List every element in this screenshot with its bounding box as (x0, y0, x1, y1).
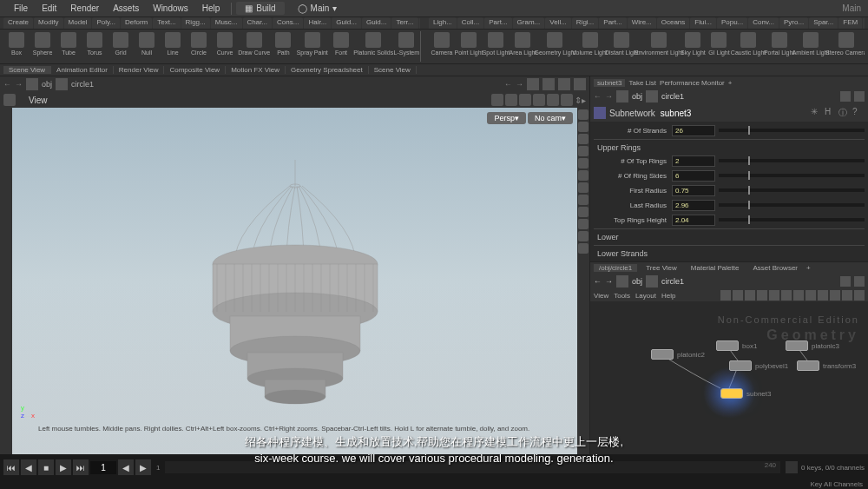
param-path-obj[interactable]: obj (632, 92, 642, 101)
pane-tab[interactable]: Animation Editor (51, 66, 114, 74)
link-icon[interactable] (854, 91, 865, 102)
jump-start-button[interactable]: ⏮ (3, 459, 19, 475)
shelf-tab[interactable]: Poly... (92, 17, 120, 29)
tool-icon-3[interactable] (558, 78, 570, 90)
shelf-tab[interactable]: Vell... (545, 17, 571, 29)
shelf-tool-grid[interactable]: Grid (108, 31, 134, 62)
key-all-button[interactable]: Key All Channels (811, 480, 863, 489)
shelf-tool-environment-light[interactable]: Environment Light (637, 31, 680, 62)
cam-nocam-button[interactable]: No cam▾ (528, 112, 573, 124)
pane-tab[interactable]: Motion FX View (226, 66, 286, 74)
shelf-tool-distant-light[interactable]: Distant Light (606, 31, 637, 62)
key-prev-button[interactable]: ◀ (118, 459, 134, 475)
tool-icon-4[interactable] (574, 78, 586, 90)
auto-key-button[interactable] (786, 461, 798, 473)
net-tool-icon[interactable] (830, 290, 840, 301)
stop-button[interactable]: ■ (38, 459, 54, 475)
node-name-field[interactable]: subnet3 (661, 109, 692, 118)
shelf-tool-sky-light[interactable]: Sky Light (680, 31, 706, 62)
network-view[interactable]: Non-Commercial Edition Geometry platonic… (590, 301, 868, 454)
viewport-3d[interactable]: Persp▾ No cam▾ (12, 108, 577, 454)
shelf-tab[interactable]: Terr... (391, 17, 418, 29)
shelf-tool-volume-light[interactable]: Volume Light (574, 31, 606, 62)
forward-arrow-icon[interactable]: → (15, 80, 23, 89)
pane-tab[interactable]: Scene View (369, 66, 417, 74)
menu-render[interactable]: Render (63, 2, 106, 15)
back-arrow-icon[interactable]: ← (594, 92, 602, 101)
display-icon[interactable] (578, 231, 589, 241)
shelf-tab[interactable]: Spar... (809, 17, 838, 29)
shelf-tool-stereo-camera[interactable]: Stereo Camera (828, 31, 865, 62)
path-obj[interactable]: obj (42, 80, 52, 89)
add-tab-icon[interactable]: + (806, 264, 811, 272)
snap-tool-icon[interactable] (547, 94, 559, 106)
cam-persp-button[interactable]: Persp▾ (487, 112, 526, 124)
key-next-button[interactable]: ▶ (135, 459, 151, 475)
net-tool-icon[interactable] (733, 290, 743, 301)
param-value-field[interactable]: 6 (672, 170, 715, 182)
shelf-tool-path[interactable]: Path (270, 31, 296, 62)
shelf-tool-platonic-solids[interactable]: Platonic Solids (354, 31, 392, 62)
gear-icon[interactable]: ✳ (811, 107, 823, 119)
network-tab-path[interactable]: /obj/circle1 (594, 264, 637, 272)
param-slider[interactable] (719, 218, 865, 221)
param-path-node[interactable]: circle1 (661, 92, 684, 101)
shelf-tool-torus[interactable]: Torus (82, 31, 108, 62)
param-value-field[interactable]: 0.75 (672, 185, 715, 196)
display-icon[interactable] (578, 195, 589, 205)
pin-icon[interactable] (840, 91, 851, 102)
param-tab-subnet[interactable]: subnet3 (594, 79, 625, 87)
param-slider[interactable] (719, 174, 865, 177)
node-platonic3[interactable]: platonic3 (786, 340, 839, 351)
shelf-tab[interactable]: Guid... (332, 17, 361, 29)
tool-icon-2[interactable] (542, 78, 555, 90)
shelf-tool-spot-light[interactable]: Spot Light (483, 31, 510, 62)
shelf-tab[interactable]: Conv... (748, 17, 779, 29)
shelf-tab[interactable]: Hair... (304, 17, 331, 29)
param-value-field[interactable]: 26 (672, 125, 715, 136)
param-tab-take[interactable]: Take List (628, 79, 656, 87)
shelf-tab[interactable]: Part... (599, 17, 626, 29)
expand-icon[interactable]: ⇕▸ (575, 96, 586, 105)
desktop-main-dropdown[interactable]: ◯ Main ▾ (289, 2, 346, 15)
scale-tool-icon[interactable] (533, 94, 545, 106)
shelf-tab[interactable]: Part... (484, 17, 511, 29)
display-icon[interactable] (578, 170, 589, 181)
display-icon[interactable] (578, 146, 589, 156)
shelf-tab[interactable]: Wire... (628, 17, 656, 29)
shelf-tab[interactable]: Rigg... (181, 17, 210, 29)
display-icon[interactable] (578, 219, 589, 229)
net-tool-icon[interactable] (806, 290, 816, 301)
network-menu-view[interactable]: View (594, 292, 608, 300)
display-icon[interactable] (578, 109, 589, 120)
shelf-tab[interactable]: Text... (153, 17, 180, 29)
network-tab-tree[interactable]: Tree View (641, 264, 682, 272)
back-arrow-icon[interactable]: ← (594, 277, 602, 286)
param-tab-perf[interactable]: Performance Monitor (660, 79, 725, 87)
display-icon[interactable] (578, 158, 589, 169)
param-slider[interactable] (719, 188, 865, 192)
nav-left-arrow-icon[interactable]: ← (504, 80, 512, 89)
shelf-tab[interactable]: Rigi... (572, 17, 598, 29)
node-subnet3[interactable]: subnet3 (720, 388, 771, 399)
display-icon[interactable] (578, 122, 589, 132)
shelf-tool-geometry-light[interactable]: Geometry Light (536, 31, 574, 62)
h-icon[interactable]: H (825, 107, 837, 119)
shelf-tool-box[interactable]: Box (3, 31, 30, 62)
shelf-tool-ambient-light[interactable]: Ambient Light (793, 31, 827, 62)
display-icon[interactable] (578, 207, 589, 217)
network-tab-mat[interactable]: Material Palette (686, 264, 745, 272)
link-icon[interactable] (854, 276, 865, 287)
shelf-tab[interactable]: Create (3, 17, 33, 29)
shelf-tool-draw-curve[interactable]: Draw Curve (238, 31, 270, 62)
shelf-tab[interactable]: Pyro... (779, 17, 808, 29)
shelf-tab[interactable]: Model (64, 17, 92, 29)
path-node[interactable]: circle1 (71, 80, 94, 89)
net-tool-icon[interactable] (720, 290, 731, 301)
shelf-tool-sphere[interactable]: Sphere (30, 31, 56, 62)
shelf-tool-caustic-light[interactable]: Caustic Light (732, 31, 764, 62)
shelf-tool-circle[interactable]: Circle (186, 31, 212, 62)
shelf-tool-font[interactable]: Font (328, 31, 354, 62)
net-tool-icon[interactable] (818, 290, 828, 301)
shelf-tab[interactable]: Gram... (513, 17, 545, 29)
